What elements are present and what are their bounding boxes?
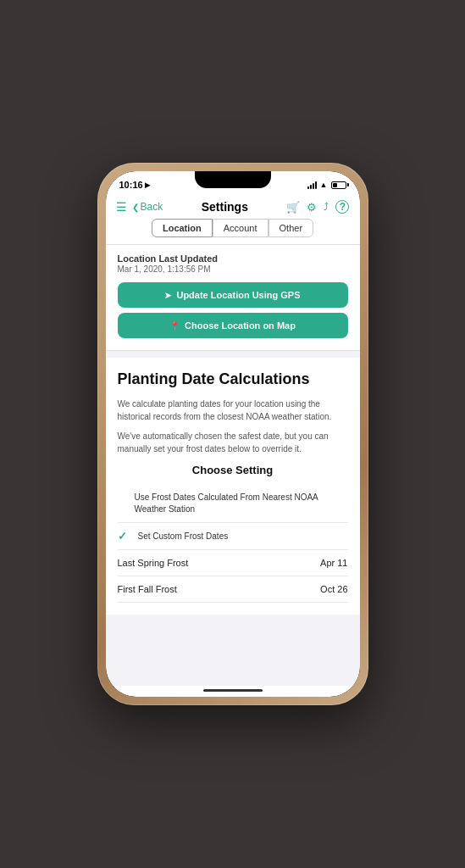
- setting-item-noaa[interactable]: Use Frost Dates Calculated From Nearest …: [118, 485, 348, 523]
- spring-frost-label: Last Spring Frost: [118, 558, 189, 568]
- header-left: ☰ ❮ Back: [116, 200, 163, 214]
- home-bar: [203, 689, 263, 692]
- update-gps-button[interactable]: ➤ Update Location Using GPS: [118, 282, 348, 308]
- page-title: Settings: [202, 200, 248, 214]
- tab-account[interactable]: Account: [213, 219, 268, 237]
- settings-icon[interactable]: ⚙: [307, 201, 317, 214]
- noaa-option-label: Use Frost Dates Calculated From Nearest …: [118, 492, 348, 515]
- time-display: 10:16: [119, 180, 143, 190]
- content-area: Location Last Updated Mar 1, 2020, 1:13:…: [106, 245, 360, 686]
- gps-button-label: Update Location Using GPS: [176, 290, 300, 300]
- phone-inner: 10:16 ▶ ▲: [106, 171, 360, 697]
- fall-frost-value: Oct 26: [320, 584, 347, 594]
- choose-setting-title: Choose Setting: [118, 464, 348, 476]
- map-pin-icon: 📍: [169, 321, 180, 331]
- phone-frame: 10:16 ▶ ▲: [97, 163, 368, 705]
- notch: [195, 171, 271, 188]
- signal-icon: [307, 181, 317, 189]
- menu-icon[interactable]: ☰: [116, 200, 127, 214]
- share-icon[interactable]: ⤴: [324, 201, 329, 213]
- choose-map-button[interactable]: 📍 Choose Location on Map: [118, 313, 348, 338]
- wifi-icon: ▲: [320, 181, 328, 189]
- gps-icon: ➤: [164, 291, 171, 300]
- last-spring-frost-row: Last Spring Frost Apr 11: [118, 550, 348, 576]
- home-indicator: [106, 686, 360, 697]
- location-icon: ▶: [145, 181, 150, 189]
- status-time: 10:16 ▶: [119, 180, 150, 190]
- planting-title: Planting Date Calculations: [118, 370, 348, 389]
- setting-item-custom[interactable]: ✓ Set Custom Frost Dates: [118, 523, 348, 550]
- header-action-icons: 🛒 ⚙ ⤴ ?: [286, 200, 349, 214]
- first-fall-frost-row: First Fall Frost Oct 26: [118, 576, 348, 603]
- help-icon[interactable]: ?: [335, 200, 349, 214]
- app-header: ☰ ❮ Back Settings 🛒 ⚙ ⤴ ?: [106, 195, 360, 245]
- tab-other[interactable]: Other: [268, 219, 314, 237]
- location-updated-date: Mar 1, 2020, 1:13:56 PM: [118, 264, 348, 274]
- planting-section: Planting Date Calculations We calculate …: [106, 358, 360, 615]
- back-button[interactable]: ❮ Back: [132, 201, 163, 213]
- fall-frost-label: First Fall Frost: [118, 584, 177, 594]
- checkmark-icon: ✓: [118, 530, 131, 542]
- battery-icon: [331, 181, 346, 189]
- back-chevron-icon: ❮: [132, 203, 139, 212]
- back-label: Back: [141, 201, 163, 213]
- map-button-label: Choose Location on Map: [185, 320, 296, 331]
- header-top: ☰ ❮ Back Settings 🛒 ⚙ ⤴ ?: [116, 200, 350, 214]
- location-section: Location Last Updated Mar 1, 2020, 1:13:…: [106, 245, 360, 351]
- cart-icon[interactable]: 🛒: [286, 201, 300, 214]
- screen: 10:16 ▶ ▲: [106, 171, 360, 697]
- spring-frost-value: Apr 11: [320, 558, 347, 568]
- tabs-container: Location Account Other: [116, 219, 350, 237]
- status-icons: ▲: [307, 181, 346, 189]
- tab-location[interactable]: Location: [152, 219, 213, 237]
- custom-option-label: Set Custom Frost Dates: [138, 531, 229, 541]
- location-updated-label: Location Last Updated: [118, 253, 348, 264]
- planting-desc2: We've automatically chosen the safest da…: [118, 430, 348, 455]
- planting-desc1: We calculate planting dates for your loc…: [118, 398, 348, 423]
